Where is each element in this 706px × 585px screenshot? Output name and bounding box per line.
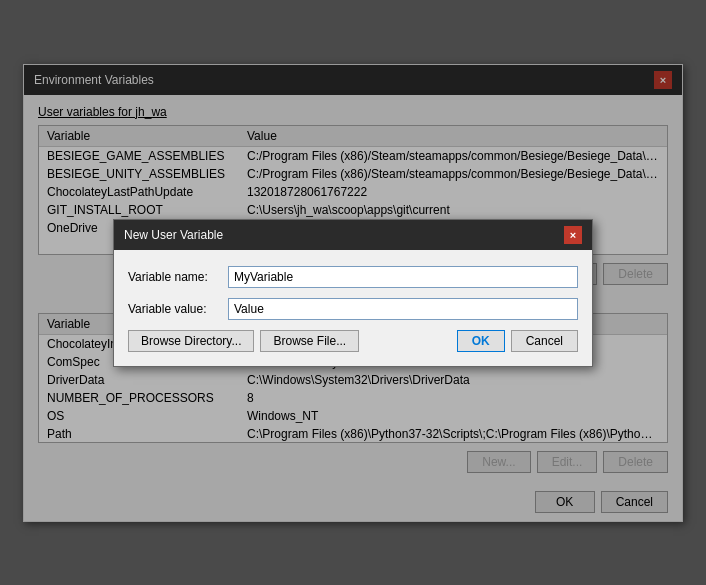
variable-value-input[interactable] — [228, 298, 578, 320]
variable-name-label: Variable name: — [128, 270, 228, 284]
new-var-body: Variable name: Variable value: Browse Di… — [114, 250, 592, 366]
new-var-close-button[interactable]: × — [564, 226, 582, 244]
variable-name-input[interactable] — [228, 266, 578, 288]
new-var-ok-button[interactable]: OK — [457, 330, 505, 352]
variable-value-row: Variable value: — [128, 298, 578, 320]
browse-file-button[interactable]: Browse File... — [260, 330, 359, 352]
new-var-action-buttons: Browse Directory... Browse File... OK Ca… — [128, 330, 578, 356]
environment-variables-dialog: Environment Variables × User variables f… — [23, 64, 683, 522]
new-var-title: New User Variable — [124, 228, 223, 242]
new-user-variable-dialog: New User Variable × Variable name: Varia… — [113, 219, 593, 367]
new-var-titlebar: New User Variable × — [114, 220, 592, 250]
new-user-variable-modal-overlay: New User Variable × Variable name: Varia… — [24, 65, 682, 521]
variable-value-label: Variable value: — [128, 302, 228, 316]
browse-directory-button[interactable]: Browse Directory... — [128, 330, 254, 352]
variable-name-row: Variable name: — [128, 266, 578, 288]
new-var-cancel-button[interactable]: Cancel — [511, 330, 578, 352]
